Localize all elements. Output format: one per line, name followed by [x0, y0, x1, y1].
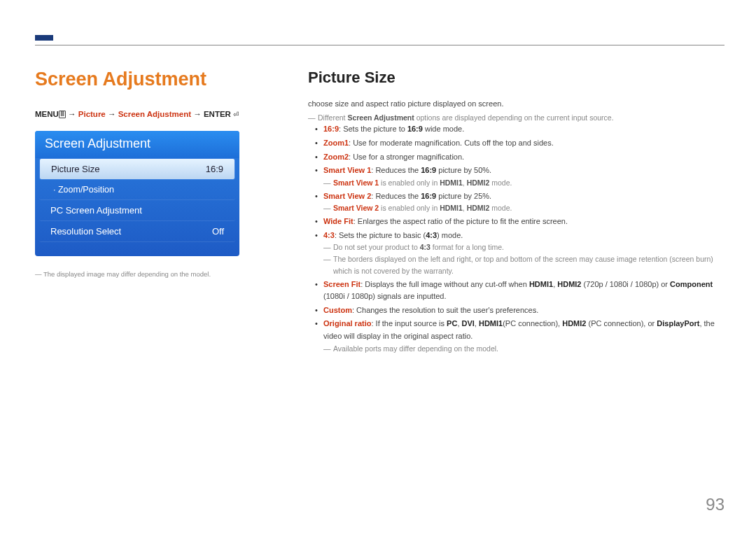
t: HDMI2 [467, 204, 490, 212]
header-divider [35, 45, 724, 45]
page-content: Screen Adjustment MENUⅢ → Picture → Scre… [35, 69, 724, 356]
t: DisplayPort [657, 319, 699, 328]
t: (PC connection), or [586, 319, 657, 328]
t: (PC connection), [503, 319, 562, 328]
t: Smart View 2 [333, 204, 379, 212]
k: Original ratio [323, 319, 371, 328]
option-zoom1: Zoom1: Use for moderate magnification. C… [323, 137, 724, 150]
breadcrumb-arrow-2: → [106, 110, 118, 118]
menu-item-zoom-position[interactable]: · Zoom/Position [39, 180, 235, 200]
menu-item-label: Resolution Select [50, 226, 121, 237]
t: : Sets the picture to [339, 125, 407, 133]
t: : Use for a stronger magnification. [349, 153, 464, 161]
t: HDMI1 [440, 178, 463, 187]
k: 16:9 [323, 125, 339, 133]
t: 16:9 [421, 166, 436, 174]
k: Smart View 2 [323, 192, 371, 200]
left-column: Screen Adjustment MENUⅢ → Picture → Scre… [35, 69, 248, 356]
intro-note: Different Screen Adjustment options are … [308, 112, 724, 124]
disclaimer-text: The displayed image may differ depending… [35, 270, 248, 278]
t: mode. [489, 204, 512, 212]
t: : Use for moderate magnification. Cuts o… [349, 139, 554, 147]
t: 4:3 [420, 243, 430, 251]
t: wide mode. [423, 125, 464, 133]
page-number: 93 [706, 495, 724, 514]
t: HDMI1 [479, 319, 503, 328]
t: picture by 25%. [436, 192, 491, 200]
intro-text: choose size and aspect ratio picture dis… [308, 98, 724, 111]
menu-item-picture-size[interactable]: Picture Size 16:9 [39, 158, 235, 180]
t: picture by 50%. [436, 166, 491, 174]
t: Do not set your product to [333, 243, 420, 251]
option-smartview1: Smart View 1: Reduces the 16:9 picture b… [323, 164, 724, 188]
breadcrumb-screen-adj: Screen Adjustment [118, 110, 191, 118]
k: Zoom2 [323, 153, 349, 161]
main-heading: Screen Adjustment [35, 69, 248, 90]
section-heading: Picture Size [308, 69, 724, 87]
t: HDMI2 [562, 319, 586, 328]
t: Different [318, 113, 347, 122]
k: Zoom1 [323, 139, 349, 147]
breadcrumb-enter: ENTER [204, 110, 231, 118]
t: 16:9 [421, 192, 436, 200]
t: is enabled only in [379, 204, 440, 212]
t: 16:9 [407, 125, 423, 133]
note-ports: Available ports may differ depending on … [323, 343, 724, 355]
t: PC [447, 319, 457, 328]
menu-item-resolution-select[interactable]: Resolution Select Off [39, 221, 235, 242]
t: format for a long time. [430, 243, 504, 251]
t: : Sets the picture to basic ( [335, 231, 426, 239]
t: Available ports may differ depending on … [333, 344, 498, 353]
t: : Enlarges the aspect ratio of the pictu… [354, 217, 568, 225]
menu-item-value: Off [212, 226, 224, 237]
menu-item-label: Picture Size [51, 164, 99, 174]
t: HDMI2 [467, 178, 490, 187]
menu-item-label: · Zoom/Position [53, 185, 114, 195]
t: : Reduces the [371, 192, 421, 200]
t: options are displayed depending on the c… [414, 113, 614, 122]
option-screenfit: Screen Fit: Displays the full image with… [323, 279, 724, 303]
right-column: Picture Size choose size and aspect rati… [308, 69, 724, 356]
t: (1080i / 1080p) signals are inputted. [323, 292, 447, 300]
menu-icon: Ⅲ [59, 111, 66, 118]
t: HDMI1 [440, 204, 463, 212]
k: 4:3 [323, 231, 335, 239]
note-4-3-b: ―The borders displayed on the left and r… [323, 253, 724, 277]
osd-menu: Screen Adjustment Picture Size 16:9 · Zo… [35, 131, 239, 256]
t: ) mode. [437, 231, 463, 239]
t: DVI [462, 319, 475, 328]
t: is enabled only in [379, 178, 440, 187]
option-custom: Custom: Changes the resolution to suit t… [323, 304, 724, 317]
sv1-note: Smart View 1 is enabled only in HDMI1, H… [323, 177, 724, 189]
k: Smart View 1 [323, 166, 371, 174]
menu-item-value: 16:9 [206, 164, 223, 174]
disclaimer-content: The displayed image may differ depending… [43, 270, 211, 278]
option-smartview2: Smart View 2: Reduces the 16:9 picture b… [323, 190, 724, 214]
t: Component [670, 280, 713, 288]
t: 4:3 [426, 231, 437, 239]
t: Screen Adjustment [347, 113, 414, 122]
t: Smart View 1 [333, 178, 379, 187]
breadcrumb-arrow-3: → [191, 110, 204, 118]
breadcrumb-arrow-1: → [66, 110, 78, 118]
sv2-note: Smart View 2 is enabled only in HDMI1, H… [323, 202, 724, 214]
k: Custom [323, 306, 352, 314]
breadcrumb-menu: MENU [35, 110, 59, 118]
t: HDMI2 [557, 280, 581, 288]
t: : Displays the full image without any cu… [360, 280, 529, 288]
note-4-3-a: Do not set your product to 4:3 format fo… [323, 241, 724, 253]
t: : Reduces the [371, 166, 421, 174]
osd-menu-title: Screen Adjustment [35, 131, 239, 158]
k: Screen Fit [323, 280, 360, 288]
option-original-ratio: Original ratio: If the input source is P… [323, 318, 724, 354]
header-accent [35, 35, 53, 41]
breadcrumb-picture: Picture [78, 110, 106, 118]
t: (720p / 1080i / 1080p) or [581, 280, 670, 288]
option-16-9: 16:9: Sets the picture to 16:9 wide mode… [323, 123, 724, 136]
menu-item-label: PC Screen Adjustment [50, 205, 142, 216]
option-zoom2: Zoom2: Use for a stronger magnification. [323, 151, 724, 164]
breadcrumb: MENUⅢ → Picture → Screen Adjustment → EN… [35, 110, 248, 118]
menu-item-pc-screen[interactable]: PC Screen Adjustment [39, 200, 235, 221]
t: HDMI1 [529, 280, 553, 288]
t: : Changes the resolution to suit the use… [352, 306, 538, 314]
